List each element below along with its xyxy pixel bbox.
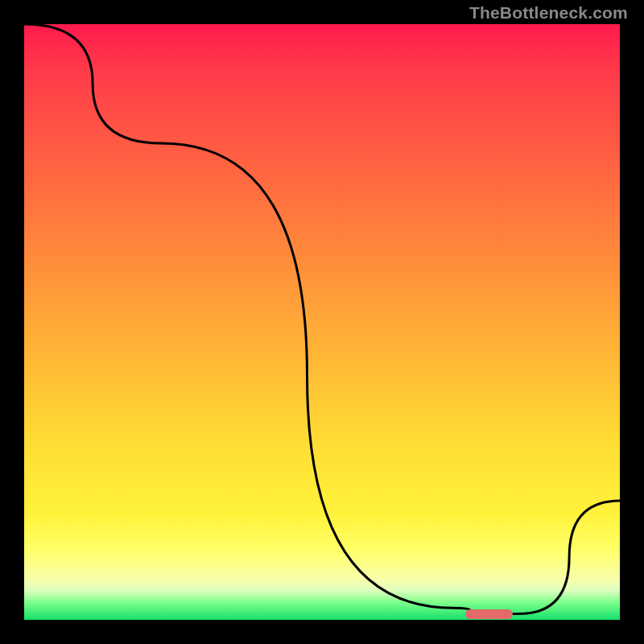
- optimal-marker: [465, 609, 513, 619]
- curve-path: [24, 24, 620, 614]
- plot-area: [24, 24, 620, 620]
- watermark-text: TheBottleneck.com: [469, 3, 628, 23]
- chart-stage: TheBottleneck.com: [0, 0, 644, 644]
- bottleneck-curve: [24, 24, 620, 620]
